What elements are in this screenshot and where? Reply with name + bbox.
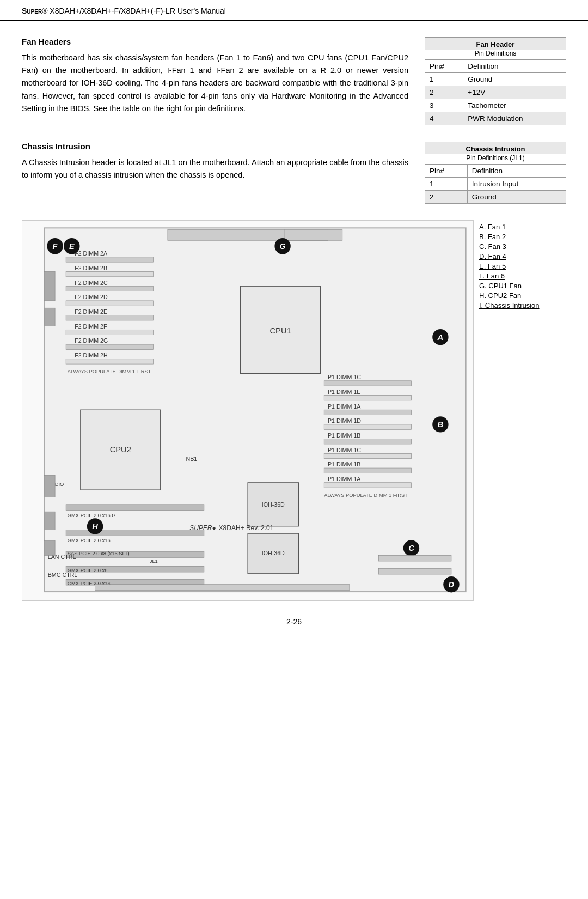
svg-text:IOH-36D: IOH-36D <box>262 550 285 556</box>
table-row: 1 Ground <box>425 73 566 86</box>
chassis-table-subtitle: Pin Definitions (JL1) <box>425 154 566 165</box>
header-title-text: X8DAH+/X8DAH+-F/X8DAH+(-F)-LR User's Man… <box>50 7 226 15</box>
svg-text:SUPER●: SUPER● <box>189 524 216 532</box>
fan-headers-table-wrapper: Fan Header Pin Definitions Pin# Definiti… <box>425 37 566 125</box>
fan-headers-heading: Fan Headers <box>22 37 408 46</box>
svg-text:P1 DIMM 1C: P1 DIMM 1C <box>328 447 361 453</box>
pin-number: 3 <box>425 99 463 112</box>
svg-rect-14 <box>66 286 153 291</box>
svg-text:GMX PCIE 2.0 x16: GMX PCIE 2.0 x16 <box>68 538 111 543</box>
legend-label-c: C. Fan 3 <box>479 242 506 251</box>
svg-text:BMC CTRL: BMC CTRL <box>48 572 78 578</box>
svg-rect-84 <box>378 555 451 561</box>
svg-rect-56 <box>284 229 342 240</box>
table-row: 2 Ground <box>425 191 566 204</box>
svg-text:P1 DIMM 1B: P1 DIMM 1B <box>328 461 361 467</box>
pin-definition: Intrusion Input <box>467 178 566 191</box>
legend-item: H. CPU2 Fan <box>479 291 566 300</box>
svg-rect-27 <box>324 381 411 386</box>
svg-text:F2 DIMM 2A: F2 DIMM 2A <box>75 250 108 257</box>
legend-label-f: F. Fan 6 <box>479 272 505 280</box>
fan-headers-text: Fan Headers This motherboard has six cha… <box>22 37 408 115</box>
svg-text:A: A <box>437 333 444 342</box>
table-row: 3 Tachometer <box>425 99 566 112</box>
svg-text:ALWAYS POPULATE DIMM 1 FIRST: ALWAYS POPULATE DIMM 1 FIRST <box>324 493 408 498</box>
svg-text:ALWAYS POPULATE DIMM 1 FIRST: ALWAYS POPULATE DIMM 1 FIRST <box>68 369 151 374</box>
chassis-intrusion-table: Chassis Intrusion Pin Definitions (JL1) … <box>425 142 566 204</box>
fan-table-subtitle: Pin Definitions <box>425 50 566 60</box>
svg-rect-37 <box>324 453 411 458</box>
legend-item: G. CPU1 Fan <box>479 282 566 290</box>
legend-item: D. Fan 4 <box>479 252 566 260</box>
svg-text:H: H <box>92 522 98 531</box>
legend-item: I. Chassis Intrusion <box>479 301 566 309</box>
svg-text:X8DAH+ Rev. 2.01: X8DAH+ Rev. 2.01 <box>219 524 274 532</box>
svg-rect-12 <box>66 271 153 276</box>
svg-rect-43 <box>66 505 204 511</box>
chassis-intrusion-table-wrapper: Chassis Intrusion Pin Definitions (JL1) … <box>425 142 566 204</box>
svg-text:F2 DIMM 2B: F2 DIMM 2B <box>75 265 107 271</box>
svg-rect-39 <box>324 468 411 473</box>
chassis-intrusion-section: Chassis Intrusion A Chassis Intrusion he… <box>22 142 566 204</box>
svg-rect-29 <box>324 396 411 400</box>
legend-label-h: H. CPU2 Fan <box>479 291 521 300</box>
pin-definition: Ground <box>467 191 566 204</box>
svg-text:P1 DIMM 1C: P1 DIMM 1C <box>328 374 361 380</box>
svg-rect-31 <box>324 410 411 415</box>
svg-rect-79 <box>44 308 55 326</box>
fan-col-pin: Pin# <box>425 60 463 73</box>
legend-item: F. Fan 6 <box>479 272 566 280</box>
svg-text:CPU2: CPU2 <box>110 445 131 454</box>
page-header: Super® X8DAH+/X8DAH+-F/X8DAH+(-F)-LR Use… <box>0 0 588 21</box>
svg-rect-24 <box>66 359 153 364</box>
chassis-col-pin: Pin# <box>425 165 468 178</box>
pin-number: 2 <box>425 191 468 204</box>
chassis-intrusion-body: A Chassis Intrusion header is located at… <box>22 156 408 181</box>
chassis-table-title: Chassis Intrusion <box>425 142 566 155</box>
legend-label-d: D. Fan 4 <box>479 252 506 260</box>
legend-label-b: B. Fan 2 <box>479 233 506 241</box>
svg-text:F2 DIMM 2C: F2 DIMM 2C <box>75 280 108 286</box>
svg-text:B: B <box>438 420 444 429</box>
svg-text:F2 DIMM 2E: F2 DIMM 2E <box>75 308 107 315</box>
pin-number: 2 <box>425 86 463 99</box>
fan-headers-table: Fan Header Pin Definitions Pin# Definiti… <box>425 37 566 125</box>
svg-text:F2 DIMM 2F: F2 DIMM 2F <box>75 323 107 330</box>
svg-text:G: G <box>279 242 285 251</box>
svg-text:P1 DIMM 1D: P1 DIMM 1D <box>328 417 361 424</box>
svg-text:GMX PCIE 2.0 x16 G: GMX PCIE 2.0 x16 G <box>68 513 116 518</box>
motherboard-diagram: CPU1 CPU2 IOH-36D IOH-36D F2 DIMM 2A F2 … <box>22 220 474 601</box>
super-brand: Super <box>22 7 42 15</box>
svg-text:F2 DIMM 2H: F2 DIMM 2H <box>75 352 107 359</box>
legend-item: E. Fan 5 <box>479 262 566 270</box>
pin-definition: Ground <box>463 73 566 86</box>
legend-item: C. Fan 3 <box>479 242 566 251</box>
svg-text:JL1: JL1 <box>150 558 158 564</box>
svg-text:SAS PCIE 2.0 x8 (x16 SLT): SAS PCIE 2.0 x8 (x16 SLT) <box>68 551 130 556</box>
page-number: 2-26 <box>286 617 302 626</box>
legend-label-e: E. Fan 5 <box>479 262 506 270</box>
chassis-intrusion-heading: Chassis Intrusion <box>22 142 408 151</box>
svg-text:CPU1: CPU1 <box>270 326 291 335</box>
svg-rect-16 <box>66 301 153 306</box>
svg-text:P1 DIMM 1A: P1 DIMM 1A <box>328 476 361 482</box>
svg-rect-80 <box>44 475 55 497</box>
legend-area: A. Fan 1 B. Fan 2 C. Fan 3 D. Fan 4 E. F… <box>479 220 566 311</box>
svg-rect-33 <box>324 424 411 429</box>
pin-number: 1 <box>425 178 468 191</box>
pin-number: 1 <box>425 73 463 86</box>
legend-item: A. Fan 1 <box>479 223 566 231</box>
legend-label-a: A. Fan 1 <box>479 223 506 231</box>
diagram-svg: CPU1 CPU2 IOH-36D IOH-36D F2 DIMM 2A F2 … <box>22 221 473 599</box>
fan-table-title: Fan Header <box>425 38 566 50</box>
diagram-section: CPU1 CPU2 IOH-36D IOH-36D F2 DIMM 2A F2 … <box>22 220 566 601</box>
chassis-intrusion-text: Chassis Intrusion A Chassis Intrusion he… <box>22 142 408 181</box>
svg-rect-41 <box>324 483 411 488</box>
chassis-col-def: Definition <box>467 165 566 178</box>
legend-label-i: I. Chassis Intrusion <box>479 301 540 309</box>
pin-number: 4 <box>425 112 463 125</box>
reg-symbol: ® <box>42 7 47 15</box>
fan-col-def: Definition <box>463 60 566 73</box>
fan-headers-body: This motherboard has six chassis/system … <box>22 52 408 115</box>
svg-rect-82 <box>44 541 55 556</box>
